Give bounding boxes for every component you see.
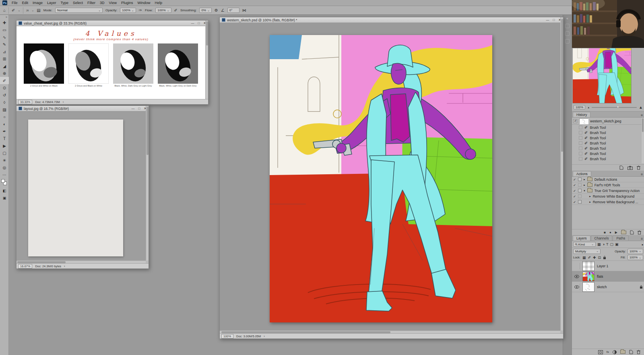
quick-mask-icon[interactable]: ◧ <box>0 187 9 194</box>
menu-item-file[interactable]: File <box>12 1 18 5</box>
history-step[interactable]: ✐Brush Tool <box>572 135 644 140</box>
dialog-toggle-box[interactable] <box>578 189 582 192</box>
layout-canvas[interactable] <box>28 120 123 256</box>
menu-item-view[interactable]: View <box>109 1 117 5</box>
vertical-scrollbar[interactable] <box>205 21 208 99</box>
lock-transparency-icon[interactable]: ▦ <box>582 256 586 260</box>
western-canvas[interactable] <box>270 35 492 322</box>
delete-layer-trash-icon[interactable] <box>637 350 640 354</box>
action-check-icon[interactable]: ✓ <box>573 189 576 193</box>
move-tool-icon[interactable]: ✚ <box>0 19 9 26</box>
action-row[interactable]: ✓ ▸ Remove White Background ... <box>572 199 644 205</box>
history-step[interactable]: ✐Brush Tool <box>572 146 644 151</box>
filter-type-layers-icon[interactable]: T <box>606 242 609 246</box>
layout-canvas-pasteboard[interactable] <box>17 111 146 260</box>
horizontal-scrollbar[interactable] <box>17 260 146 263</box>
history-step[interactable]: ✐Brush Tool <box>572 140 644 146</box>
tab-paths[interactable]: Paths <box>613 235 629 241</box>
layer-thumbnail[interactable] <box>582 272 594 281</box>
flow-field[interactable]: 100% ⌄ <box>155 8 171 13</box>
filter-pixel-layers-icon[interactable]: ▦ <box>597 242 601 246</box>
snapshot-camera-icon[interactable] <box>627 166 633 170</box>
menu-item-type[interactable]: Type <box>61 1 69 5</box>
menu-item-3d[interactable]: 3D <box>100 1 105 5</box>
dodge-tool-icon[interactable]: ◐ <box>0 120 9 128</box>
opacity-field[interactable]: 100% ⌄ <box>120 8 136 13</box>
brush-tool-icon[interactable]: ✐ <box>12 8 15 12</box>
filter-smart-object-icon[interactable]: ▣ <box>615 242 619 246</box>
action-row[interactable]: ✓ ▸ Remove White Background <box>572 194 644 199</box>
type-tool-icon[interactable]: T <box>0 135 9 142</box>
restore-button[interactable]: □ <box>553 18 555 22</box>
new-group-folder-icon[interactable] <box>620 350 625 354</box>
layer-row-sketch[interactable]: sketch <box>572 282 644 292</box>
layer-thumbnail[interactable] <box>582 282 594 292</box>
history-source-box[interactable] <box>579 157 582 161</box>
slider-thumb[interactable]: ▲ <box>617 105 619 108</box>
dialog-toggle-box[interactable] <box>578 178 582 181</box>
stop-playing-icon[interactable]: ■ <box>604 231 606 234</box>
visibility-toggle[interactable] <box>574 284 580 290</box>
action-check-icon[interactable]: ✓ <box>573 178 576 182</box>
screen-mode-icon[interactable]: ▣ <box>0 194 9 202</box>
menu-item-plugins[interactable]: Plugins <box>121 1 133 5</box>
window-title-bar[interactable]: value_cheat_sheet.jpg @ 33.3% (RGB/8) — … <box>17 21 208 26</box>
delete-state-trash-icon[interactable] <box>637 165 640 170</box>
zoom-level-field[interactable]: 33.33% <box>18 100 32 104</box>
minimize-button[interactable]: — <box>131 107 134 110</box>
dialog-toggle-box[interactable] <box>578 183 582 187</box>
history-step[interactable]: ✐Brush Tool <box>572 156 644 161</box>
toolbar-overflow-icon[interactable]: » <box>0 15 8 19</box>
hand-tool-icon[interactable]: ✳ <box>0 157 9 164</box>
pen-tool-icon[interactable]: ✒ <box>0 128 9 135</box>
healing-brush-tool-icon[interactable]: ⊕ <box>0 70 9 77</box>
status-chevron-icon[interactable]: › <box>264 334 265 338</box>
layer-row-flats[interactable]: flats <box>572 271 644 282</box>
panel-menu-icon[interactable]: ≡ <box>641 237 644 241</box>
new-layer-icon[interactable] <box>629 350 633 354</box>
menu-item-edit[interactable]: Edit <box>22 1 29 5</box>
foreground-color-swatch[interactable] <box>1 179 5 183</box>
filter-toggle-icon[interactable]: ● <box>642 243 643 246</box>
play-selection-icon[interactable]: ▶ <box>615 231 617 234</box>
eyedropper-tool-icon[interactable]: ◢ <box>0 62 9 70</box>
menu-item-help[interactable]: Help <box>155 1 163 5</box>
shape-tool-icon[interactable]: ▢ <box>0 149 9 157</box>
western-pasteboard[interactable] <box>220 23 560 330</box>
layer-opacity-field[interactable]: 100% ⌄ <box>627 249 643 254</box>
zoom-tool-icon[interactable]: ◎ <box>0 164 9 171</box>
filter-shape-layers-icon[interactable]: ▢ <box>610 242 613 246</box>
adjustment-layer-icon[interactable] <box>613 350 617 354</box>
navigator-zoom-slider[interactable]: ▲ <box>592 107 637 108</box>
menu-item-image[interactable]: Image <box>33 1 43 5</box>
expand-arrow-icon[interactable]: ▸ <box>589 200 591 204</box>
expand-arrow-icon[interactable]: ▸ <box>584 184 585 187</box>
begin-recording-icon[interactable]: ● <box>609 231 611 234</box>
navigator-zoom-field[interactable]: 100% <box>574 105 585 109</box>
new-document-from-state-icon[interactable] <box>619 165 623 170</box>
path-selection-tool-icon[interactable]: ▶ <box>0 142 9 149</box>
minimize-button[interactable]: — <box>191 21 194 25</box>
expand-arrow-icon[interactable]: ▸ <box>589 195 591 198</box>
status-chevron-icon[interactable]: › <box>64 264 65 268</box>
gradient-tool-icon[interactable]: ▨ <box>0 106 9 113</box>
action-row[interactable]: ✓ ▾ True Grit Transparency Action <box>572 188 644 194</box>
history-step[interactable]: ✐Brush Tool <box>572 130 644 135</box>
expand-arrow-icon[interactable]: ▸ <box>584 178 585 181</box>
new-set-folder-icon[interactable] <box>621 231 626 234</box>
brush-preset-picker[interactable]: 26 <box>26 8 29 12</box>
layer-fill-field[interactable]: 100% ⌄ <box>627 255 643 260</box>
minimize-button[interactable]: — <box>546 18 549 22</box>
quick-selection-tool-icon[interactable]: ✎ <box>0 41 9 48</box>
navigator-thumbnail[interactable] <box>572 48 632 103</box>
home-icon[interactable]: ⌂ <box>3 8 6 12</box>
symmetry-icon[interactable]: ⋈ <box>242 8 246 12</box>
airbrush-icon[interactable]: ✐ <box>174 8 178 12</box>
new-action-icon[interactable] <box>630 230 634 235</box>
window-title-bar[interactable]: layout.jpg @ 16.7% (RGB/8#) — □ ✕ <box>17 106 149 111</box>
collapsed-panel-icon[interactable] <box>565 39 570 43</box>
lock-artboard-icon[interactable]: ⊡ <box>598 256 601 260</box>
history-brush-tool-icon[interactable]: ↺ <box>0 91 9 99</box>
lasso-tool-icon[interactable]: ∿ <box>0 33 9 41</box>
history-source-box[interactable] <box>579 141 582 145</box>
